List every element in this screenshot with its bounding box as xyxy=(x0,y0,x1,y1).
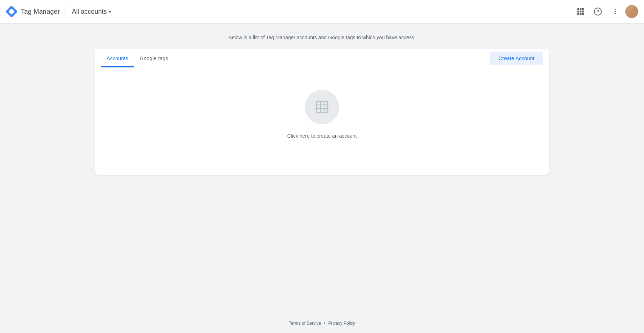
google-apps-button[interactable] xyxy=(573,4,588,19)
help-button[interactable]: ? xyxy=(591,4,605,19)
accounts-dropdown[interactable]: All accounts ▾ xyxy=(72,8,111,15)
grid-icon xyxy=(577,8,584,15)
svg-rect-8 xyxy=(577,13,579,15)
privacy-policy-link[interactable]: Privacy Policy xyxy=(328,321,355,326)
empty-state-area: Click here to create an account xyxy=(95,68,549,160)
create-account-button[interactable]: Create Account xyxy=(490,52,543,65)
navbar: Tag Manager All accounts ▾ xyxy=(0,0,644,23)
more-vert-icon xyxy=(612,8,619,15)
all-accounts-label: All accounts xyxy=(72,8,107,15)
svg-rect-2 xyxy=(577,8,579,10)
chevron-down-icon: ▾ xyxy=(109,9,111,14)
user-avatar[interactable] xyxy=(625,5,638,18)
svg-rect-7 xyxy=(582,11,584,13)
tabs-header: Accounts Google tags Create Account xyxy=(95,49,549,68)
avatar-image xyxy=(625,5,638,18)
empty-state-icon-circle xyxy=(305,90,339,124)
svg-rect-4 xyxy=(582,8,584,10)
svg-rect-6 xyxy=(580,11,582,13)
svg-rect-3 xyxy=(580,8,582,10)
svg-point-15 xyxy=(614,13,616,14)
svg-point-14 xyxy=(614,11,616,12)
building-icon xyxy=(313,98,331,116)
svg-point-13 xyxy=(614,9,616,10)
svg-rect-9 xyxy=(580,13,582,15)
app-name-label: Tag Manager xyxy=(21,8,60,15)
page-description: Below is a list of Tag Manager accounts … xyxy=(228,35,416,40)
accounts-card: Accounts Google tags Create Account Clic… xyxy=(95,49,549,175)
tab-accounts[interactable]: Accounts xyxy=(101,50,134,67)
logo-area: Tag Manager xyxy=(6,6,60,17)
nav-icons-area: ? xyxy=(573,4,638,19)
nav-divider xyxy=(66,6,66,17)
gtm-logo-icon xyxy=(6,6,17,17)
more-options-button[interactable] xyxy=(608,4,622,19)
svg-rect-5 xyxy=(577,11,579,13)
empty-state-text: Click here to create an account xyxy=(287,133,357,139)
svg-text:?: ? xyxy=(596,9,599,14)
tab-google-tags[interactable]: Google tags xyxy=(134,50,174,67)
footer: Terms of Service • Privacy Policy xyxy=(0,314,644,333)
footer-separator: • xyxy=(324,321,325,326)
svg-rect-16 xyxy=(316,101,328,113)
svg-rect-10 xyxy=(582,13,584,15)
terms-of-service-link[interactable]: Terms of Service xyxy=(289,321,321,326)
help-icon: ? xyxy=(594,8,602,15)
main-content: Below is a list of Tag Manager accounts … xyxy=(0,23,644,175)
